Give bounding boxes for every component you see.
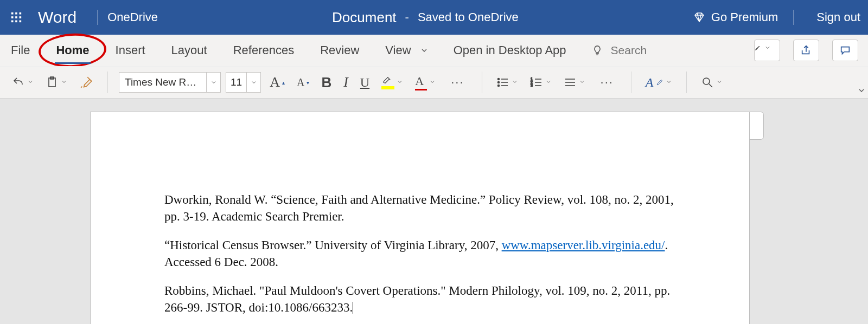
search-input[interactable]	[610, 43, 675, 57]
side-tab[interactable]	[750, 112, 764, 140]
lightbulb-icon	[591, 44, 603, 56]
bold-label: B	[321, 74, 331, 91]
caret-up-icon: ▴	[282, 80, 285, 86]
ellipsis-icon: ···	[448, 75, 467, 89]
go-premium-label: Go Premium	[711, 10, 778, 24]
shrink-font-button[interactable]: A▾	[293, 74, 312, 91]
grow-font-button[interactable]: A▴	[266, 72, 288, 93]
align-button[interactable]	[560, 74, 589, 91]
styles-label: A	[646, 75, 654, 90]
tab-home[interactable]: Home	[55, 41, 90, 60]
font-size-value: 11	[226, 76, 246, 88]
tab-view[interactable]: View	[384, 41, 412, 60]
svg-rect-8	[20, 21, 22, 23]
document-title[interactable]: Document	[332, 9, 397, 26]
chevron-down-icon	[429, 77, 436, 87]
bold-button[interactable]: B	[318, 72, 335, 93]
shrink-font-label: A	[297, 76, 304, 89]
highlight-button[interactable]	[378, 73, 406, 92]
chevron-down-icon	[666, 77, 672, 87]
search-icon	[701, 76, 714, 89]
tab-layout[interactable]: Layout	[170, 41, 208, 60]
sign-out-button[interactable]: Sign out	[816, 10, 860, 24]
font-color-button[interactable]: A	[412, 72, 439, 93]
go-premium-button[interactable]: Go Premium	[693, 10, 778, 24]
svg-rect-3	[11, 16, 14, 18]
more-tabs-chevron-icon[interactable]	[420, 46, 429, 55]
bulleted-list-icon	[496, 76, 509, 89]
pencil-icon	[755, 44, 761, 51]
separator	[97, 10, 98, 25]
separator	[482, 72, 482, 93]
separator	[686, 72, 687, 93]
app-name[interactable]: Word	[38, 8, 76, 27]
caret-down-icon: ▾	[307, 80, 309, 86]
tab-file[interactable]: File	[10, 41, 31, 60]
more-paragraph-button[interactable]: ···	[594, 73, 620, 92]
chevron-down-icon	[716, 77, 723, 87]
citation-text: Robbins, Michael. "Paul Muldoon's Covert…	[164, 284, 670, 314]
paragraph[interactable]: Dworkin, Ronald W. “Science, Faith and A…	[164, 191, 675, 225]
paste-button[interactable]	[42, 74, 71, 91]
more-font-options-button[interactable]: ···	[444, 73, 470, 92]
highlighter-icon	[381, 75, 393, 85]
numbered-list-icon: 123	[530, 76, 543, 89]
chevron-down-icon	[246, 73, 260, 92]
paragraph[interactable]: “Historical Census Browser.” University …	[164, 237, 675, 270]
share-icon	[800, 44, 812, 56]
chevron-down-icon	[27, 77, 34, 87]
chevron-down-icon	[61, 77, 67, 87]
diamond-icon	[693, 11, 706, 24]
document-canvas[interactable]: Dworkin, Ronald W. “Science, Faith and A…	[0, 99, 868, 324]
title-dash: -	[405, 10, 409, 24]
svg-point-11	[497, 79, 499, 80]
font-size-select[interactable]: 11	[226, 72, 261, 93]
font-family-select[interactable]: Times New Ro…	[119, 72, 221, 93]
share-button[interactable]	[793, 40, 819, 61]
svg-rect-7	[15, 21, 17, 23]
clipboard-icon	[46, 76, 59, 89]
comment-icon	[839, 44, 851, 56]
tell-me-search[interactable]	[591, 43, 675, 57]
document-page[interactable]: Dworkin, Ronald W. “Science, Faith and A…	[90, 112, 750, 324]
separator	[107, 72, 108, 93]
chevron-down-icon	[397, 77, 403, 87]
comments-button[interactable]	[832, 40, 858, 61]
svg-rect-2	[20, 12, 22, 15]
separator	[793, 10, 794, 25]
italic-button[interactable]: I	[340, 72, 352, 93]
save-status[interactable]: Saved to OneDrive	[418, 10, 519, 24]
editing-mode-button[interactable]	[754, 40, 780, 61]
separator	[631, 72, 631, 93]
styles-button[interactable]: A	[642, 73, 675, 92]
format-painter-button[interactable]	[76, 73, 97, 92]
citation-link[interactable]: www.mapserver.lib.virginia.edu/	[502, 238, 665, 252]
ribbon-toolbar: Times New Ro… 11 A▴ A▾ B I U A ··· 123	[0, 66, 868, 99]
font-color-label: A	[415, 74, 424, 88]
bullets-button[interactable]	[493, 74, 521, 91]
chevron-down-icon	[545, 77, 552, 87]
location-breadcrumb[interactable]: OneDrive	[107, 10, 158, 24]
pen-icon	[656, 77, 663, 87]
open-in-desktop-button[interactable]: Open in Desktop App	[452, 41, 567, 60]
undo-icon	[12, 76, 25, 89]
citation-text: “Historical Census Browser.” University …	[164, 238, 502, 252]
app-launcher-icon[interactable]	[5, 11, 27, 23]
svg-line-27	[709, 84, 712, 87]
svg-text:3: 3	[531, 83, 533, 87]
undo-button[interactable]	[9, 74, 37, 91]
text-cursor	[353, 302, 353, 314]
tab-review[interactable]: Review	[319, 41, 360, 60]
tab-references[interactable]: References	[232, 41, 296, 60]
tab-insert[interactable]: Insert	[114, 41, 146, 60]
paragraph[interactable]: Robbins, Michael. "Paul Muldoon's Covert…	[164, 282, 675, 316]
underline-button[interactable]: U	[357, 73, 373, 92]
paintbrush-icon	[79, 75, 93, 89]
collapse-ribbon-chevron-icon[interactable]	[857, 86, 866, 97]
chevron-down-icon	[579, 77, 585, 87]
numbering-button[interactable]: 123	[527, 74, 555, 91]
ellipsis-icon: ···	[597, 75, 617, 89]
svg-rect-0	[11, 12, 14, 15]
font-family-value: Times New Ro…	[119, 76, 206, 88]
find-button[interactable]	[698, 74, 726, 91]
